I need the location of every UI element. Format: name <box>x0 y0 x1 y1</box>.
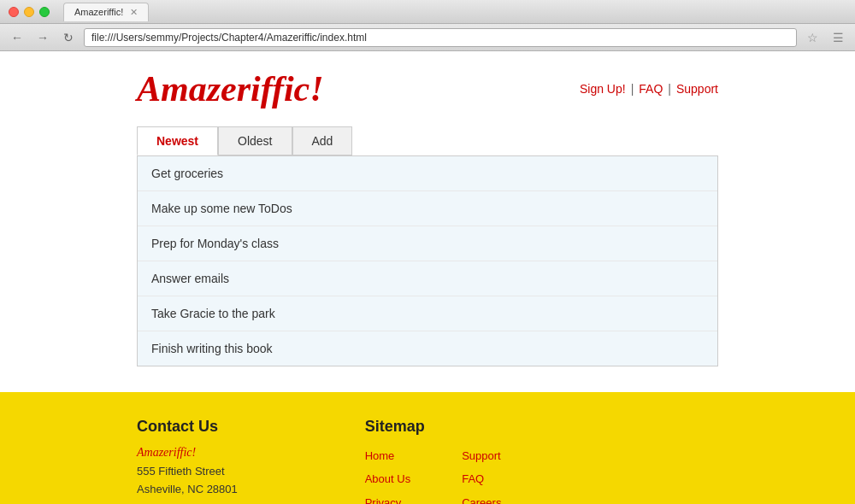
menu-icon[interactable]: ☰ <box>828 27 848 48</box>
bookmark-icon[interactable]: ☆ <box>802 27 823 48</box>
todo-item[interactable]: Make up some new ToDos <box>138 191 717 226</box>
todo-list: Get groceries Make up some new ToDos Pre… <box>137 155 718 366</box>
support-link[interactable]: Support <box>676 82 718 96</box>
window-controls <box>9 7 50 17</box>
main-content: Newest Oldest Add Get groceries Make up … <box>0 118 855 392</box>
footer-sitemap: Sitemap Home About Us Privacy Support FA… <box>365 418 718 504</box>
todo-item[interactable]: Get groceries <box>138 156 717 191</box>
header-nav: Sign Up! | FAQ | Support <box>580 82 718 96</box>
footer-address: 555 Fiftieth Street Asheville, NC 28801 <box>137 463 314 499</box>
signup-link[interactable]: Sign Up! <box>580 82 626 96</box>
sitemap-heading: Sitemap <box>365 418 502 436</box>
tab-close-icon[interactable]: ✕ <box>130 7 138 18</box>
sitemap-privacy[interactable]: Privacy <box>365 493 410 504</box>
browser-titlebar: Amazeriffic! ✕ <box>0 0 855 24</box>
nav-separator-2: | <box>668 82 671 96</box>
address-line1: 555 Fiftieth Street <box>137 465 225 478</box>
browser-toolbar: ← → ↻ ☆ ☰ <box>0 24 855 51</box>
page-content: Amazeriffic! Sign Up! | FAQ | Support Ne… <box>0 51 855 504</box>
footer-contact: Contact Us Amazeriffic! 555 Fiftieth Str… <box>137 418 314 504</box>
site-title: Amazeriffic! <box>137 68 324 109</box>
footer-company-name: Amazeriffic! <box>137 446 314 460</box>
faq-link[interactable]: FAQ <box>639 82 663 96</box>
close-button[interactable] <box>9 7 19 17</box>
sitemap-section: Sitemap Home About Us Privacy Support FA… <box>365 418 502 504</box>
address-bar[interactable] <box>84 28 797 47</box>
sitemap-careers[interactable]: Careers <box>462 493 501 504</box>
browser-window: Amazeriffic! ✕ ← → ↻ ☆ ☰ Amazeriffic! Si… <box>0 0 855 504</box>
sitemap-col-1: Home About Us Privacy <box>365 446 410 504</box>
todo-item[interactable]: Finish writing this book <box>138 331 717 366</box>
sitemap-col-2: Support FAQ Careers <box>462 446 501 504</box>
sitemap-home[interactable]: Home <box>365 446 410 466</box>
contact-heading: Contact Us <box>137 418 314 436</box>
site-footer: Contact Us Amazeriffic! 555 Fiftieth Str… <box>0 392 855 504</box>
todo-item[interactable]: Answer emails <box>138 261 717 296</box>
tab-add[interactable]: Add <box>292 126 353 155</box>
site-header: Amazeriffic! Sign Up! | FAQ | Support <box>0 51 855 118</box>
forward-button[interactable]: → <box>32 27 53 48</box>
sitemap-about[interactable]: About Us <box>365 469 410 489</box>
tab-oldest[interactable]: Oldest <box>218 126 292 155</box>
sitemap-support[interactable]: Support <box>462 446 501 466</box>
address-line2: Asheville, NC 28801 <box>137 483 238 495</box>
maximize-button[interactable] <box>39 7 50 17</box>
tab-title: Amazeriffic! <box>74 7 123 17</box>
todo-item[interactable]: Prep for Monday's class <box>138 226 717 261</box>
browser-tab[interactable]: Amazeriffic! ✕ <box>63 3 149 21</box>
todo-item[interactable]: Take Gracie to the park <box>138 296 717 331</box>
refresh-button[interactable]: ↻ <box>58 27 79 48</box>
tabs-container: Newest Oldest Add <box>137 126 718 155</box>
back-button[interactable]: ← <box>7 27 27 48</box>
minimize-button[interactable] <box>24 7 34 17</box>
sitemap-faq[interactable]: FAQ <box>462 469 501 489</box>
nav-separator-1: | <box>631 82 634 96</box>
tab-newest[interactable]: Newest <box>137 126 218 155</box>
